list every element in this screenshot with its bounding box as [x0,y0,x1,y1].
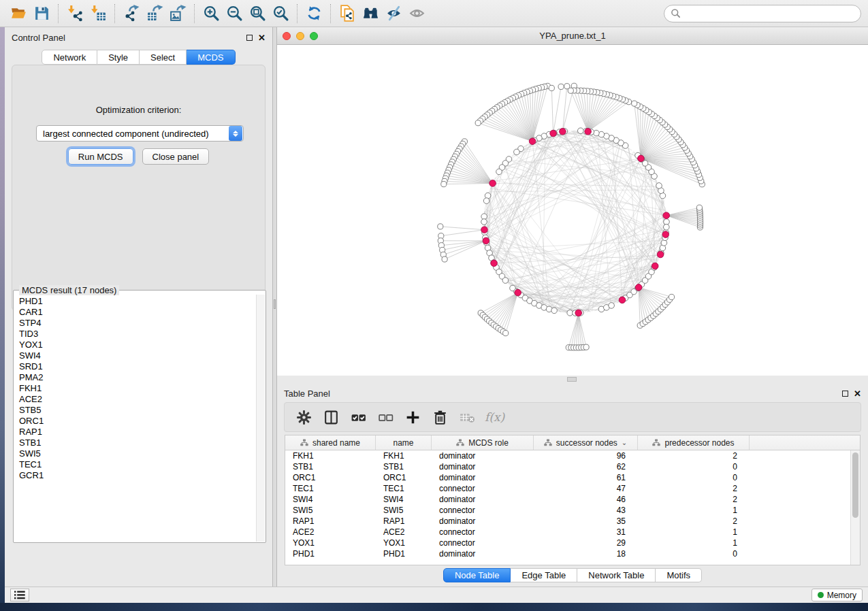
toolbar-separator [114,4,115,23]
optimization-criterion-label: Optimization criterion: [12,105,265,115]
search-icon [671,8,681,18]
mcds-result-item[interactable]: SRD1 [19,361,256,372]
delete-table-icon[interactable] [455,406,479,429]
task-history-button[interactable] [10,589,29,601]
float-panel-icon[interactable] [842,391,848,397]
function-builder-icon: f(x) [482,410,504,424]
table-row[interactable]: PHD1 PHD1 dominator 18 0 [285,548,850,559]
float-panel-icon[interactable] [246,35,253,41]
mcds-result-item[interactable]: GCR1 [19,470,256,481]
hierarchy-icon [456,439,464,446]
mcds-result-item[interactable]: ACE2 [19,394,256,405]
delete-column-icon[interactable] [428,406,452,429]
open-session-icon[interactable] [7,3,30,24]
mcds-result-item[interactable]: ORC1 [19,416,256,427]
mcds-result-list[interactable]: PHD1CAR1STP4TID3YOX1SWI4SRD1PMA2FKH1ACE2… [14,295,256,542]
column-header-predecessor-nodes[interactable]: predecessor nodes [638,435,750,450]
mcds-result-title: MCDS result (17 nodes) [19,285,119,295]
save-session-icon[interactable] [30,3,53,24]
column-header-shared-name[interactable]: shared name [285,435,376,450]
hide-selected-icon[interactable] [382,3,405,24]
column-header-mcds-role[interactable]: MCDS role [432,435,534,450]
table-row[interactable]: SWI5 SWI5 connector 43 1 [285,505,850,516]
table-row[interactable]: ACE2 ACE2 connector 31 1 [285,527,850,538]
table-row[interactable]: ORC1 ORC1 dominator 61 0 [285,472,850,483]
mcds-result-item[interactable]: PHD1 [19,296,256,307]
tab-node-table[interactable]: Node Table [443,568,511,582]
export-network-icon[interactable] [120,3,143,24]
tab-network[interactable]: Network [42,50,97,65]
export-table-icon[interactable] [143,3,166,24]
network-graph[interactable] [277,45,868,376]
close-panel-icon[interactable]: ✕ [258,35,266,41]
zoom-selected-icon[interactable] [269,3,292,24]
add-column-icon[interactable] [400,406,425,429]
splitter-handle[interactable] [274,299,276,309]
deselect-all-icon[interactable] [373,406,398,429]
column-header-successor-nodes[interactable]: successor nodes ⌄ [534,435,638,450]
tab-style[interactable]: Style [97,50,140,65]
network-window-title: YPA_prune.txt_1 [277,31,868,41]
mcds-result-item[interactable]: STP4 [19,318,256,329]
network-window: YPA_prune.txt_1 [277,27,868,376]
splitter-handle[interactable] [567,377,577,382]
zoom-out-icon[interactable] [223,3,246,24]
sort-chevron-icon[interactable]: ⌄ [622,439,627,446]
criterion-dropdown[interactable]: largest connected component (undirected) [36,125,244,142]
mcds-result-item[interactable]: TID3 [19,329,256,340]
table-row[interactable]: RAP1 RAP1 dominator 35 2 [285,516,850,527]
find-icon[interactable] [359,3,382,24]
zoom-in-icon[interactable] [199,3,223,24]
run-mcds-button[interactable]: Run MCDS [68,148,133,165]
mcds-result-item[interactable]: FKH1 [19,383,256,394]
clone-network-icon[interactable] [336,3,359,24]
result-list-scrollbar[interactable] [256,295,265,542]
table-row[interactable]: YOX1 YOX1 connector 29 1 [285,538,850,548]
mcds-result-item[interactable]: TEC1 [19,459,256,470]
column-header-name[interactable]: name [376,435,432,450]
horizontal-splitter[interactable] [277,376,868,383]
mcds-result-item[interactable]: SWI5 [19,448,256,459]
table-toolbar: f(x) [284,402,861,432]
mcds-result-item[interactable]: SWI4 [19,350,256,361]
table-scrollbar-thumb[interactable] [852,452,858,518]
refresh-icon[interactable] [302,3,325,24]
show-all-icon[interactable] [405,3,428,24]
mcds-result-item[interactable]: STB5 [19,405,256,416]
memory-button[interactable]: Memory [811,589,863,601]
close-panel-button[interactable]: Close panel [142,148,210,165]
search-text-field[interactable] [681,8,854,18]
zoom-fit-icon[interactable] [246,3,269,24]
vertical-splitter[interactable] [272,27,277,587]
mcds-result-item[interactable]: STB1 [19,437,256,448]
mcds-result-item[interactable]: CAR1 [19,307,256,318]
table-row[interactable]: FKH1 FKH1 dominator 96 2 [285,450,850,461]
gear-icon[interactable] [291,406,316,429]
table-scrollbar[interactable] [850,450,860,565]
table-row[interactable]: SWI4 SWI4 dominator 46 2 [285,494,850,505]
import-table-icon[interactable] [86,3,110,24]
tab-motifs[interactable]: Motifs [656,568,702,582]
table-panel-tabs: Node Table Edge Table Network Table Moti… [277,568,868,582]
mcds-result-item[interactable]: RAP1 [19,427,256,437]
tab-mcds[interactable]: MCDS [187,50,235,65]
desktop-background-strip [0,27,5,604]
search-input[interactable] [664,5,861,22]
export-image-icon[interactable] [166,3,189,24]
select-all-icon[interactable] [346,406,370,429]
control-panel: Control Panel ✕ Network Style Select MCD… [5,27,272,587]
close-panel-icon[interactable]: ✕ [854,391,861,397]
mcds-result-item[interactable]: YOX1 [19,340,256,350]
tab-select[interactable]: Select [140,50,187,65]
table-row[interactable]: TEC1 TEC1 connector 47 2 [285,483,850,494]
network-window-titlebar[interactable]: YPA_prune.txt_1 [277,27,868,45]
table-header-row: shared name name MCDS role successor nod… [285,435,860,450]
tab-edge-table[interactable]: Edge Table [511,568,577,582]
tab-network-table[interactable]: Network Table [577,568,656,582]
mcds-result-item[interactable]: PMA2 [19,372,256,383]
column-header-filler [750,435,860,450]
table-row[interactable]: STB1 STB1 dominator 62 0 [285,461,850,472]
import-network-icon[interactable] [63,3,86,24]
columns-icon[interactable] [319,406,343,429]
network-canvas[interactable] [277,45,868,376]
